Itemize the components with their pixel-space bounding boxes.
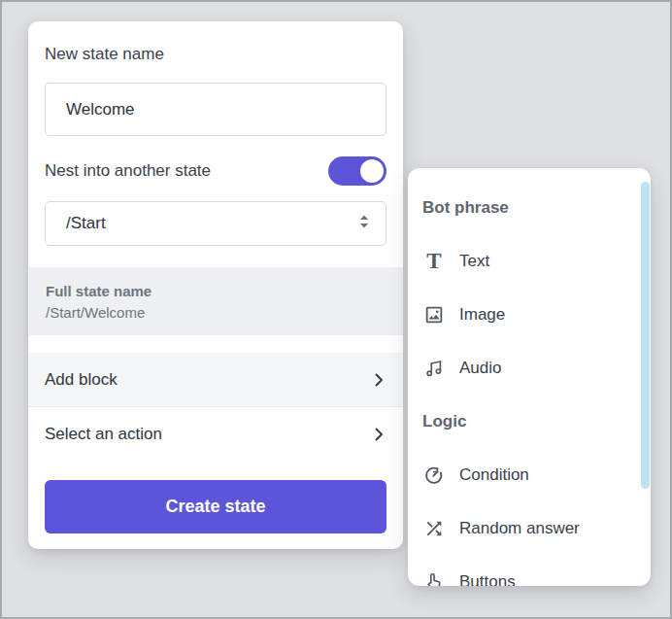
menu-item-label: Buttons bbox=[459, 572, 516, 587]
state-name-input[interactable] bbox=[45, 83, 386, 136]
nest-toggle-label: Nest into another state bbox=[45, 161, 211, 181]
chevron-right-icon bbox=[371, 372, 386, 388]
toggle-knob bbox=[360, 159, 384, 183]
parent-state-select[interactable]: /Start bbox=[45, 201, 386, 246]
chevron-right-icon bbox=[371, 427, 386, 442]
audio-icon bbox=[422, 357, 446, 380]
menu-item-buttons[interactable]: Buttons bbox=[408, 555, 651, 586]
menu-item-label: Image bbox=[459, 305, 505, 325]
condition-icon bbox=[422, 464, 446, 487]
sort-arrows-icon bbox=[356, 213, 372, 234]
block-menu: Bot phrase T Text Image Audio Logic bbox=[408, 168, 651, 586]
full-state-name-block: Full state name /Start/Welcome bbox=[28, 267, 403, 335]
full-state-name-label: Full state name bbox=[46, 280, 386, 302]
select-action-label: Select an action bbox=[45, 425, 162, 444]
menu-item-text[interactable]: T Text bbox=[408, 234, 651, 288]
full-state-name-value: /Start/Welcome bbox=[46, 302, 386, 324]
nest-toggle[interactable] bbox=[328, 156, 386, 186]
menu-item-label: Random answer bbox=[459, 519, 580, 538]
pointer-icon bbox=[422, 570, 446, 587]
create-state-button[interactable]: Create state bbox=[45, 480, 386, 533]
menu-item-image[interactable]: Image bbox=[408, 288, 651, 341]
image-icon bbox=[422, 303, 446, 327]
parent-state-value: /Start bbox=[66, 214, 106, 233]
menu-item-label: Condition bbox=[459, 465, 529, 485]
menu-item-condition[interactable]: Condition bbox=[408, 448, 651, 501]
logic-header-label: Logic bbox=[422, 412, 466, 431]
bot-phrase-header-label: Bot phrase bbox=[422, 198, 509, 218]
menu-item-audio[interactable]: Audio bbox=[408, 341, 651, 395]
add-block-label: Add block bbox=[45, 370, 118, 390]
menu-section-header-bot-phrase: Bot phrase bbox=[408, 181, 651, 234]
select-action-row[interactable]: Select an action bbox=[28, 407, 403, 462]
add-block-row[interactable]: Add block bbox=[28, 353, 403, 407]
menu-section-header-logic: Logic bbox=[408, 395, 651, 448]
menu-item-label: Text bbox=[459, 252, 489, 271]
shuffle-icon bbox=[422, 517, 446, 540]
new-state-name-label: New state name bbox=[45, 21, 386, 64]
menu-scrollbar[interactable] bbox=[641, 182, 650, 489]
text-icon: T bbox=[422, 250, 446, 273]
menu-item-label: Audio bbox=[459, 359, 501, 378]
menu-item-random-answer[interactable]: Random answer bbox=[408, 501, 651, 555]
create-state-dialog: New state name Nest into another state /… bbox=[28, 21, 403, 549]
